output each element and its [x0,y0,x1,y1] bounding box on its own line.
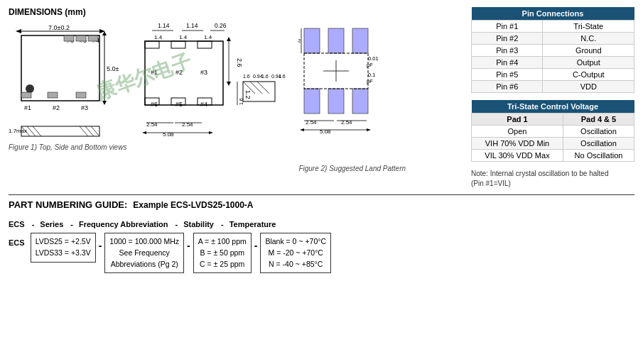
svg-text:0.1: 0.1 [368,72,375,78]
pin-number: Pin #6 [472,81,543,93]
svg-text:1.4: 1.4 [154,34,163,40]
pn-box: A = ± 100 ppm B = ± 50 ppm C = ± 25 ppm [193,233,252,273]
svg-text:7.0±0.2: 7.0±0.2 [48,24,70,31]
section-divider [9,194,634,195]
pn-field-label: Series [40,220,63,228]
dimensions-area: DIMENSIONS (mm) 7.0±0.2 [9,7,464,189]
svg-text:#1: #1 [151,69,158,76]
tri-col1-header: Pad 1 [472,114,563,126]
pin-number: Pin #5 [472,69,543,81]
pin-connection: Tri-State [543,21,634,33]
svg-rect-79 [304,89,320,114]
pn-box-dash: - [187,233,190,251]
svg-rect-22 [21,126,99,136]
pn-field-label: ECS [9,220,25,228]
svg-text:#2: #2 [53,104,60,111]
pin-table-row: Pin #4Output [472,57,634,69]
pn-fields-row: ECS-Series-Frequency Abbreviation-Stabil… [9,220,634,228]
figure2-label: Figure 2) Suggested Land Pattern [298,165,412,172]
pn-field-label: - [175,220,178,228]
pin-connections-table: Pin Connections Pin #1Tri-StatePin #2N.C… [471,7,634,93]
svg-text:2.54: 2.54 [306,119,317,126]
pin-connection: N.C. [543,33,634,45]
tri-pad1: VIH 70% VDD Min [472,138,563,150]
tri-pad1: VIL 30% VDD Max [472,150,563,162]
top-section: DIMENSIONS (mm) 7.0±0.2 [9,7,634,189]
figure1-label: Figure 1) Top, Side and Bottom views [9,143,126,151]
svg-text:1.2: 1.2 [244,90,252,99]
page-container: DIMENSIONS (mm) 7.0±0.2 [9,7,634,273]
pn-example: Example ECS-LVDS25-1000-A [133,200,253,210]
svg-text:μF: μF [367,78,373,84]
top-view-svg: 7.0±0.2 5.0±0.2 #6 #5 [9,21,119,142]
pn-box-dash: - [99,233,102,251]
svg-marker-65 [209,131,213,134]
pin-number: Pin #2 [472,33,543,45]
svg-rect-16 [64,35,74,41]
svg-text:1.6: 1.6 [243,74,250,79]
svg-text:1.6: 1.6 [239,98,244,105]
svg-text:#1: #1 [24,104,31,111]
pin-table-row: Pin #2N.C. [472,33,634,45]
svg-marker-54 [227,82,231,86]
pn-box: 1000 = 100.000 MHz See Frequency Abbrevi… [104,233,184,273]
tri-table-row: VIH 70% VDD MinOscillation [472,138,634,150]
tri-state-table: Tri-State Control Voltage Pad 1 Pad 4 & … [471,100,634,162]
svg-text:5.08: 5.08 [320,128,331,135]
pn-field-label: - [70,220,73,228]
svg-text:1.14: 1.14 [158,22,170,29]
svg-rect-19 [21,92,31,98]
tri-pad45: Oscillation [563,126,634,138]
pn-boxes-row: ECSLVDS25 = +2.5V LVDS33 = +3.3V-1000 = … [9,233,634,273]
svg-rect-76 [304,28,320,53]
tri-pad45: No Oscillation [563,150,634,162]
svg-text:2.54: 2.54 [341,119,352,126]
svg-rect-18 [88,35,98,41]
svg-marker-7 [102,101,107,105]
svg-text:5.08: 5.08 [163,131,174,138]
svg-text:#3: #3 [200,69,207,76]
svg-rect-21 [76,92,86,98]
side-view-diagram: 1.14 1.14 0.26 1.4 1.4 1.4 [138,21,287,163]
svg-text:#3: #3 [81,104,88,111]
svg-text:0.26: 0.26 [215,22,227,29]
pin-connection: VDD [543,81,634,93]
svg-marker-96 [367,128,371,131]
svg-rect-17 [76,35,86,41]
land-pattern-diagram: 0.01 μF 0.1 μF 2.54 2.54 5.08 [298,21,412,172]
pn-title: PART NUMBERING GUIDE: [9,199,127,210]
svg-text:#5: #5 [175,101,183,108]
dimensions-title: DIMENSIONS (mm) [9,7,464,17]
pn-ecs-label: ECS [9,233,25,247]
svg-text:2.2: 2.2 [298,38,301,44]
pn-field-label: - [32,220,35,228]
tri-pad1: Open [472,126,563,138]
svg-rect-81 [352,89,368,114]
svg-marker-1 [16,29,21,33]
svg-text:1.14: 1.14 [186,22,198,29]
svg-point-9 [26,84,34,93]
svg-text:2.54: 2.54 [182,121,193,128]
top-view-diagram: 7.0±0.2 5.0±0.2 #6 #5 [9,21,126,151]
svg-text:2.6: 2.6 [236,58,243,67]
svg-text:1.6: 1.6 [279,74,286,79]
pin-number: Pin #4 [472,57,543,69]
pn-box: Blank = 0 ~ +70°C M = -20 ~ +70°C N = -4… [260,233,331,273]
tri-table-row: VIL 30% VDD MaxNo Oscillation [472,150,634,162]
pin-connection: Output [543,57,634,69]
svg-marker-64 [142,131,146,134]
svg-marker-53 [227,37,231,41]
land-pattern-svg: 0.01 μF 0.1 μF 2.54 2.54 5.08 [298,21,412,163]
pin-number: Pin #3 [472,45,543,57]
pin-number: Pin #1 [472,21,543,33]
pn-box: LVDS25 = +2.5V LVDS33 = +3.3V [31,233,96,263]
pn-field-label: - [221,220,224,228]
pin-connection: C-Output [543,69,634,81]
pn-field-label: Temperature [229,220,276,228]
pin-table-row: Pin #1Tri-State [472,21,634,33]
side-view-svg: 1.14 1.14 0.26 1.4 1.4 1.4 [138,21,287,163]
svg-rect-41 [171,41,185,48]
svg-text:#2: #2 [175,69,183,76]
svg-text:1.7max: 1.7max [9,128,27,134]
part-numbering-guide: PART NUMBERING GUIDE: Example ECS-LVDS25… [9,199,634,273]
